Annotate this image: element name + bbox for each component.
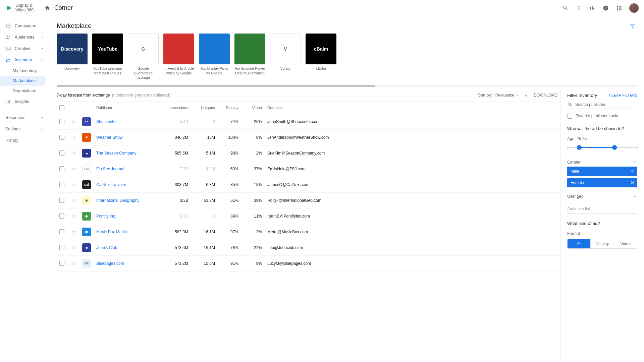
favorite-only-label: Favorite publishers only xyxy=(576,114,618,118)
home-icon[interactable] xyxy=(44,5,50,11)
chip-remove-icon[interactable]: × xyxy=(631,169,634,174)
impressions-cell: 303.7M xyxy=(161,177,191,192)
row-checkbox[interactable] xyxy=(59,198,64,203)
filter-search[interactable] xyxy=(567,101,637,109)
format-option[interactable]: Display xyxy=(590,239,613,248)
publisher-link[interactable]: Fin Sec Journal xyxy=(96,167,124,171)
age-thumb-min[interactable] xyxy=(577,145,582,150)
row-checkbox[interactable] xyxy=(59,245,64,250)
star-icon[interactable]: ☆ xyxy=(71,260,76,266)
star-icon[interactable]: ☆ xyxy=(71,245,76,250)
usergeo-dropdown[interactable]: User geo xyxy=(567,192,637,201)
star-icon[interactable]: ☆ xyxy=(71,229,76,235)
publisher-link[interactable]: Music Box Media xyxy=(96,230,127,234)
analytics-icon[interactable] xyxy=(589,5,596,11)
star-icon[interactable]: ☆ xyxy=(71,150,76,156)
publisher-link[interactable]: Pontify Inc. xyxy=(96,214,116,219)
download-button[interactable]: DOWNLOAD xyxy=(534,93,557,98)
row-checkbox[interactable] xyxy=(59,150,64,156)
gender-chip[interactable]: Male× xyxy=(567,167,637,176)
search-icon[interactable] xyxy=(562,5,569,11)
breadcrumb[interactable]: Corner xyxy=(54,4,73,11)
row-checkbox[interactable] xyxy=(59,135,64,140)
header-contacts[interactable]: Contacts xyxy=(265,102,560,114)
star-icon[interactable]: ☆ xyxy=(71,134,76,140)
publisher-tile[interactable]: YouTubeYouTube premium from best lineups xyxy=(92,34,123,80)
publisher-link[interactable]: International Geography xyxy=(96,198,140,203)
publisher-link[interactable]: John's Club xyxy=(96,245,117,250)
sidebar-sub-my-inventory[interactable]: My Inventory xyxy=(0,66,49,76)
sidebar-sub-marketplace[interactable]: Marketplace xyxy=(0,76,46,86)
select-all-checkbox[interactable] xyxy=(59,105,64,110)
header-video[interactable]: Video xyxy=(241,102,265,114)
publisher-link[interactable]: CalNext Traveler xyxy=(96,182,126,187)
publisher-tile[interactable]: cBalmcBalm xyxy=(306,34,336,80)
star-icon[interactable]: ☆ xyxy=(71,182,76,187)
row-checkbox[interactable] xyxy=(59,182,64,187)
sidebar-settings[interactable]: Settings xyxy=(0,123,49,135)
age-range-slider[interactable] xyxy=(567,144,637,152)
star-icon[interactable]: ☆ xyxy=(71,213,76,219)
sort-by-dropdown[interactable]: Relevance xyxy=(495,93,520,98)
download-icon[interactable] xyxy=(523,92,529,98)
sidebar-item-creative[interactable]: Creative xyxy=(0,43,49,54)
table-row[interactable]: ☆ ☀ Weather Show 346.2M 15M 100% 0% JenA… xyxy=(57,129,560,145)
publisher-link[interactable]: The Season Company xyxy=(96,151,136,156)
row-checkbox[interactable] xyxy=(59,214,64,219)
publisher-link[interactable]: Bluepages.com xyxy=(96,261,124,266)
apps-grid-icon[interactable] xyxy=(616,5,623,11)
table-row[interactable]: ☆ BP Bluepages.com 571.2M 15.6M 91% 9% L… xyxy=(57,255,560,271)
star-icon[interactable]: ☆ xyxy=(71,197,76,203)
table-row[interactable]: ☆ ⬢ Music Box Media 582.9M 16.1M 97% 3% … xyxy=(57,224,560,240)
publisher-tile[interactable]: GGoogle Guaranteed package xyxy=(128,34,159,80)
row-checkbox[interactable] xyxy=(59,261,64,266)
age-thumb-max[interactable] xyxy=(612,145,617,150)
publisher-link[interactable]: Shopcenter xyxy=(96,119,117,124)
who-section-title: Who will the ad be shown to? xyxy=(567,126,637,131)
more-vert-icon[interactable] xyxy=(576,5,582,11)
star-icon[interactable]: ☆ xyxy=(71,119,76,124)
chip-remove-icon[interactable]: × xyxy=(631,180,634,185)
filter-list-icon[interactable] xyxy=(629,22,636,29)
table-row[interactable]: ☆ FSJ Fin Sec Journal 7.7B 4.2M 63% 37% … xyxy=(57,161,560,177)
sidebar-history[interactable]: History xyxy=(0,135,49,146)
sidebar-item-campaigns[interactable]: Campaigns xyxy=(0,20,49,32)
sidebar-resources[interactable]: Resources xyxy=(0,112,49,123)
row-checkbox[interactable] xyxy=(59,119,64,124)
user-avatar[interactable] xyxy=(629,3,639,13)
star-icon[interactable]: ☆ xyxy=(71,166,76,172)
gender-chip[interactable]: Female× xyxy=(567,178,637,187)
sidebar-item-inventory[interactable]: Inventory xyxy=(0,54,49,66)
header-impressions[interactable]: Impressions xyxy=(161,102,191,114)
help-icon[interactable]: ? xyxy=(602,5,609,11)
sidebar-item-audiences[interactable]: Audiences xyxy=(0,32,49,43)
header-publisher[interactable]: Publisher xyxy=(94,102,161,114)
sidebar-sub-negotiations[interactable]: Negotiations xyxy=(0,86,49,96)
table-row[interactable]: ☆ ◉ Pontify Inc. 6.3B 0 89% 11% KarinB@P… xyxy=(57,208,560,224)
publisher-link[interactable]: Weather Show xyxy=(96,135,123,140)
table-row[interactable]: ☆ ◆ John's Club 573.5M 16.1M 78% 22% Inf… xyxy=(57,240,560,255)
publisher-tile[interactable]: VVorato xyxy=(270,34,301,80)
row-checkbox[interactable] xyxy=(59,166,64,171)
table-row[interactable]: ☆ ◉ International Geography 3.3B 53.8M 6… xyxy=(57,192,560,208)
table-row[interactable]: ☆ ☁ The Season Company 585.6M 5.1M 98% 2… xyxy=(57,145,560,161)
publisher-tile[interactable]: DiscoveryDiscovery xyxy=(57,34,88,80)
gender-dropdown[interactable]: Gender xyxy=(567,158,637,167)
header-display[interactable]: Display xyxy=(218,102,241,114)
publisher-tile[interactable]: Top Display Picks by Google xyxy=(199,34,230,80)
audience-list-input[interactable]: Audience list xyxy=(567,204,637,214)
favorite-only-checkbox[interactable] xyxy=(567,114,572,119)
publisher-tile[interactable]: Full Episode Player Deal by Freewheel xyxy=(234,34,265,80)
app-logo[interactable]: Display & Video 360 xyxy=(5,3,34,12)
header-uniques[interactable]: Uniques xyxy=(191,102,218,114)
tiles-scrollbar[interactable] xyxy=(57,85,636,87)
publisher-tile[interactable]: In-Feed & In-Article Video by Google xyxy=(163,34,194,80)
format-option[interactable]: Video xyxy=(614,239,637,248)
clear-filters-button[interactable]: CLEAR FILTERS xyxy=(609,93,637,97)
filter-search-input[interactable] xyxy=(575,102,637,107)
table-row[interactable]: ☆ • • Shopcenter 5.4B 0 74% 26% JohnSmit… xyxy=(57,114,560,129)
format-option[interactable]: All xyxy=(568,239,590,248)
row-checkbox[interactable] xyxy=(59,229,64,234)
table-row[interactable]: ☆ Cal CalNext Traveler 303.7M 6.3M 85% 1… xyxy=(57,177,560,192)
sidebar-item-insights[interactable]: Insights xyxy=(0,96,49,107)
